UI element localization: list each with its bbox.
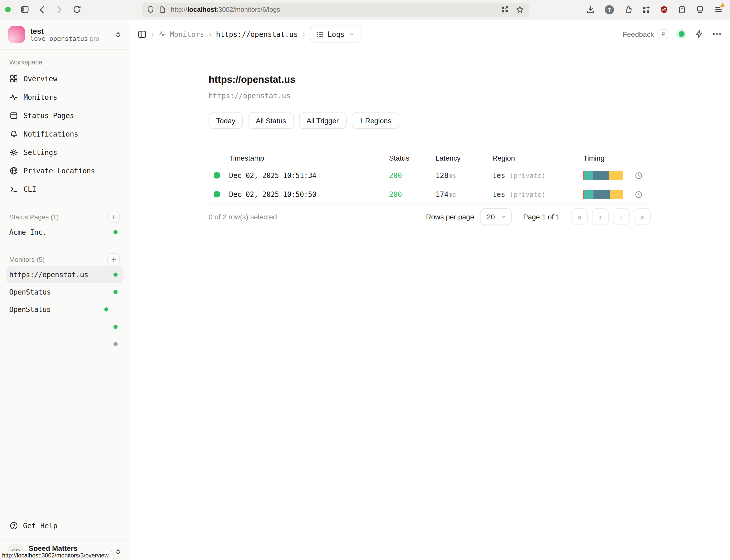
bookmark-star-icon[interactable]	[516, 5, 524, 14]
next-page-button[interactable]: ›	[613, 208, 630, 225]
monitor-item-openstatus-2[interactable]: OpenStatus	[6, 301, 123, 318]
reload-icon[interactable]	[68, 2, 85, 17]
table-header-row: Timestamp Status Latency Region Timing	[209, 151, 651, 166]
svg-text:uO: uO	[662, 7, 666, 11]
extensions-grid-plus-icon[interactable]	[642, 5, 650, 14]
last-page-button[interactable]: »	[634, 208, 651, 225]
cell-timing	[583, 190, 651, 199]
cell-timestamp: Dec 02, 2025 10:50:50	[229, 191, 389, 199]
add-status-page-button[interactable]	[107, 211, 120, 223]
breadcrumb-monitors[interactable]: Monitors	[159, 30, 204, 38]
cell-status: 200	[389, 191, 435, 199]
sidebar-nav: Overview Monitors Status Pages Notificat…	[6, 70, 123, 198]
help-circle-icon	[9, 522, 18, 530]
timing-segment-connect	[584, 171, 593, 180]
cell-region: tes (private)	[492, 172, 583, 180]
main-panel: › Monitors › https://openstat.us › Logs	[129, 19, 730, 560]
sidebar-item-private-locations[interactable]: Private Locations	[6, 162, 123, 180]
device-laptop-icon[interactable]	[696, 5, 704, 14]
table-row[interactable]: Dec 02, 2025 10:51:34 200 128ms tes (pri…	[209, 166, 651, 185]
status-dot	[104, 307, 108, 311]
url-bar[interactable]: http://localhost:3002/monitors/6/logs	[142, 2, 529, 17]
panel-icon	[9, 111, 18, 120]
timing-segment-tls	[594, 190, 611, 199]
status-dot	[114, 273, 118, 277]
rows-per-page-select[interactable]: 20	[480, 208, 512, 225]
timing-bar	[583, 171, 623, 180]
add-monitor-button[interactable]	[107, 253, 120, 265]
cell-status: 200	[389, 172, 435, 180]
page-title: https://openstat.us	[209, 73, 651, 85]
rows-selected-text: 0 of 2 row(s) selected.	[209, 213, 279, 221]
filter-status-button[interactable]: All Status	[248, 112, 294, 129]
workspace-section-label: Workspace	[6, 58, 123, 66]
forward-icon[interactable]	[51, 2, 68, 17]
cell-region: tes (private)	[492, 191, 583, 199]
page-subtitle: https://openstat.us	[209, 92, 651, 100]
chevrons-up-down-icon	[115, 548, 122, 556]
monitor-item-openstatus-1[interactable]: OpenStatus	[6, 283, 123, 301]
column-timing: Timing	[583, 154, 651, 162]
profile-avatar[interactable]: T	[605, 5, 614, 14]
monitor-item-unnamed-1[interactable]	[6, 318, 123, 335]
terminal-icon	[9, 185, 18, 193]
activity-icon	[9, 93, 18, 101]
screen: http://localhost:3002/monitors/6/logs T	[0, 0, 730, 560]
filter-date-button[interactable]: Today	[209, 112, 243, 129]
monitor-item-unnamed-2[interactable]	[6, 335, 123, 353]
container-box-icon[interactable]	[678, 5, 686, 14]
workspace-avatar	[8, 26, 25, 43]
first-page-button[interactable]: «	[571, 208, 588, 225]
breadcrumb-monitor-name[interactable]: https://openstat.us	[216, 30, 298, 38]
clock-icon	[635, 191, 643, 198]
more-options-button[interactable]	[712, 33, 722, 35]
zap-icon[interactable]	[695, 30, 704, 38]
bell-icon	[9, 130, 18, 138]
reader-grid-icon[interactable]	[501, 6, 509, 13]
filter-trigger-button[interactable]: All Trigger	[299, 112, 346, 129]
filter-bar: Today All Status All Trigger 1 Regions	[209, 112, 651, 129]
sidebar-item-overview[interactable]: Overview	[6, 70, 123, 88]
view-selector-logs[interactable]: Logs	[310, 26, 362, 42]
page-info: Page 1 of 1	[523, 213, 560, 221]
url-text[interactable]: http://localhost:3002/monitors/6/logs	[171, 6, 496, 13]
sidebar-item-settings[interactable]: Settings	[6, 143, 123, 162]
workspace-switcher[interactable]: test love-openstatuspro	[0, 19, 129, 50]
shield-icon	[147, 6, 154, 13]
column-region: Region	[492, 154, 583, 162]
column-timestamp: Timestamp	[229, 154, 389, 162]
sidebar-item-notifications[interactable]: Notifications	[6, 125, 123, 143]
download-icon[interactable]	[586, 5, 595, 14]
sidebar-collapse-icon[interactable]	[138, 29, 147, 39]
timing-segment-tls	[593, 171, 609, 180]
menu-hamburger-icon[interactable]	[714, 5, 723, 14]
prev-page-button[interactable]: ‹	[592, 208, 609, 225]
cell-timing	[583, 171, 651, 180]
filter-regions-button[interactable]: 1 Regions	[352, 112, 399, 129]
update-badge-icon	[719, 2, 725, 7]
monitor-item-openstat-us[interactable]: https://openstat.us	[6, 266, 123, 283]
chevron-down-icon	[501, 214, 507, 220]
table-row[interactable]: Dec 02, 2025 10:50:50 200 174ms tes (pri…	[209, 185, 651, 204]
feedback-kbd-badge: F	[658, 29, 668, 39]
status-dot	[114, 325, 118, 329]
clock-icon	[635, 172, 643, 180]
feedback-button[interactable]: Feedback F	[623, 29, 668, 39]
browser-sidebar-toggle-icon[interactable]	[16, 2, 33, 17]
chevron-right-icon: ›	[303, 30, 305, 38]
back-icon[interactable]	[33, 2, 51, 17]
get-help-link[interactable]: Get Help	[6, 517, 123, 535]
sidebar-item-monitors[interactable]: Monitors	[6, 88, 123, 106]
thumbs-up-extension-icon[interactable]	[624, 5, 632, 14]
sidebar-item-status-pages[interactable]: Status Pages	[6, 106, 123, 125]
status-page-item-acme[interactable]: Acme Inc.	[6, 223, 123, 241]
workspace-plan: pro	[90, 35, 99, 42]
pagination-bar: 0 of 2 row(s) selected. Rows per page 20	[209, 208, 651, 225]
ublock-shield-icon[interactable]: uO	[660, 5, 668, 14]
traffic-light-green[interactable]	[5, 7, 11, 12]
sidebar-item-cli[interactable]: CLI	[6, 180, 123, 198]
browser-toolbar: http://localhost:3002/monitors/6/logs T	[0, 0, 730, 19]
cell-latency: 174ms	[435, 191, 492, 199]
sidebar: test love-openstatuspro Workspace Overvi…	[0, 19, 129, 560]
status-pages-group-header: Status Pages (1)	[6, 210, 123, 223]
